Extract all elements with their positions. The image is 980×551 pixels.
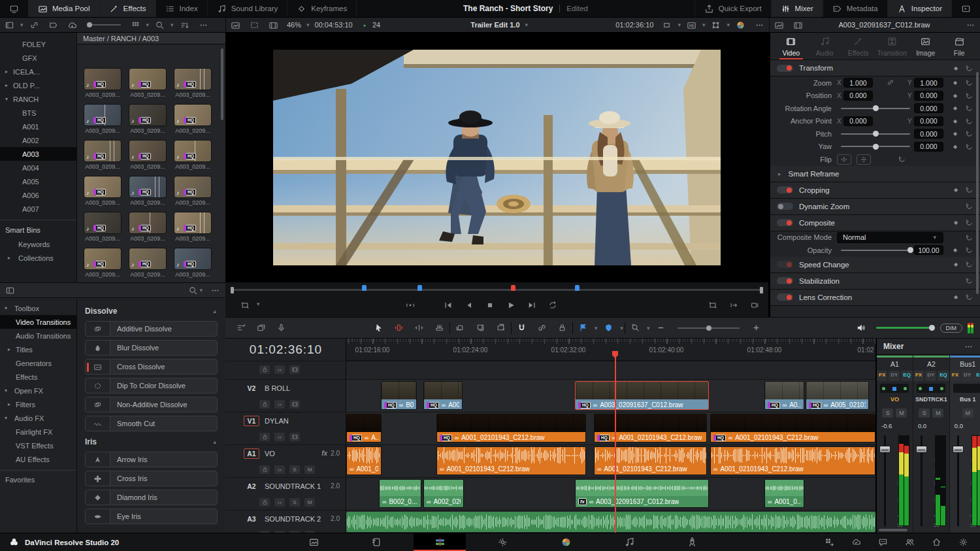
bin-item-a005[interactable]: A005 — [0, 175, 76, 188]
mute-button[interactable]: M — [962, 409, 973, 418]
value-field[interactable]: 0.000 — [914, 129, 943, 139]
razor-icon[interactable] — [429, 323, 449, 333]
trim-icon[interactable] — [389, 323, 409, 333]
search-icon[interactable] — [150, 20, 169, 30]
chevron-right-icon[interactable]: ▸ — [5, 82, 8, 88]
timeline-marker[interactable] — [417, 285, 422, 291]
dashed-box-icon[interactable] — [245, 20, 264, 30]
media-clip-card[interactable]: ♪HQA003_0209... — [84, 212, 122, 242]
image-icon[interactable] — [770, 20, 789, 30]
effect-item-eye-iris[interactable]: Eye Iris — [85, 509, 218, 524]
reset-icon[interactable] — [965, 104, 973, 112]
video-canvas[interactable] — [225, 33, 768, 282]
slider-track[interactable] — [841, 250, 910, 251]
stop-button[interactable] — [480, 301, 500, 312]
chevron-down-icon[interactable]: ▾ — [255, 301, 261, 312]
auto-select-icon[interactable]: ‹› — [274, 433, 285, 441]
chevron-right-icon[interactable]: ▸ — [8, 346, 10, 352]
lock-icon[interactable] — [259, 365, 270, 374]
mute-button[interactable]: M — [304, 465, 315, 474]
inspector-tab-effects[interactable]: Effects — [841, 33, 875, 59]
media-clip-card[interactable]: ♪HQA003_0209... — [129, 68, 167, 98]
inspector-tab-file[interactable]: File — [943, 33, 977, 59]
timeline-clip[interactable]: HQ∞A001_02101943_C212.braw — [436, 414, 586, 442]
timeline-clip[interactable]: HQ∞A001_02101943_C212.braw — [710, 414, 875, 442]
chat-icon[interactable] — [878, 537, 888, 547]
tag-icon[interactable] — [44, 20, 63, 30]
inspector-scrollbar[interactable] — [976, 72, 979, 294]
keyframe-icon[interactable]: ◆ — [953, 65, 959, 71]
bin-item-icela[interactable]: ▸ICELA... — [0, 65, 76, 78]
settings-icon[interactable] — [958, 537, 968, 547]
bin-item-bts[interactable]: BTS — [0, 106, 76, 120]
smart-bin-item-keywords[interactable]: Keywords — [0, 237, 76, 251]
thumbnail-size-slider[interactable] — [87, 24, 121, 25]
playhead-marker[interactable] — [511, 285, 515, 291]
y-value-field[interactable]: 0.000 — [914, 91, 943, 101]
viewer-overlay-button[interactable] — [235, 301, 255, 312]
crop-box-icon[interactable] — [657, 20, 676, 30]
pan-control[interactable] — [880, 384, 909, 393]
keyframe-icon[interactable]: ◆ — [952, 118, 958, 124]
playhead[interactable] — [615, 352, 616, 533]
timeline-clip[interactable]: HQ∞A005_02101334_... — [806, 381, 869, 410]
reset-icon[interactable] — [965, 246, 973, 254]
auto-select-icon[interactable]: ‹› — [274, 400, 285, 409]
timeline-clip[interactable]: fx∞A003_02091637_C012.braw — [575, 479, 709, 508]
bin-item-a001[interactable]: A001 — [0, 120, 76, 133]
more-icon[interactable] — [961, 20, 980, 30]
reset-icon[interactable] — [965, 129, 973, 138]
effects-category-au-effects[interactable]: AU Effects — [0, 452, 76, 466]
slider-track[interactable] — [841, 133, 910, 135]
effects-category-video-transitions[interactable]: Video Transitions — [0, 315, 76, 329]
timeline-ruler[interactable]: 01:02:16:0001:02:24:0001:02:32:0001:02:4… — [346, 339, 875, 361]
keyframe-icon[interactable]: ◆ — [952, 131, 958, 137]
topbar-button-keyframes[interactable]: Keyframes — [287, 0, 357, 17]
timeline-zoom-slider[interactable] — [678, 327, 740, 329]
slider-track[interactable] — [841, 108, 910, 109]
page-button-edit[interactable] — [414, 533, 466, 551]
composite-mode-select[interactable]: Normal▾ — [837, 232, 943, 243]
section-toggle[interactable] — [777, 219, 793, 226]
effects-category-filters[interactable]: ▸Filters — [0, 397, 76, 411]
section-toggle[interactable] — [777, 65, 793, 72]
channel-fx-button[interactable]: FX — [913, 371, 924, 381]
effects-group-header-dissolve[interactable]: Dissolve▴ — [85, 304, 218, 318]
home-icon[interactable] — [932, 537, 941, 547]
chevron-down-icon[interactable]: ▾ — [5, 96, 8, 102]
effects-category-fairlight-fx[interactable]: Fairlight FX — [0, 425, 76, 439]
keyframe-icon[interactable]: ◆ — [952, 93, 958, 99]
auto-select-icon[interactable]: ‹› — [274, 465, 285, 474]
media-clip-card[interactable]: ♪HQA003_0209... — [174, 104, 212, 134]
timeline-marker[interactable] — [362, 285, 367, 291]
track-header-V1[interactable]: V1DYLAN‹› — [225, 412, 346, 444]
bin-item-foley[interactable]: FOLEY — [0, 37, 76, 51]
mixer-hscrollbar[interactable] — [879, 529, 907, 531]
scrub-handle-right[interactable] — [760, 287, 763, 293]
track-lane-V2[interactable]: HQ∞B0...HQ∞A002...HQ∞A003_02091637_C012.… — [346, 379, 875, 412]
reset-icon[interactable] — [898, 155, 906, 163]
effects-category-favorites[interactable]: Favorites — [0, 473, 76, 486]
sort-icon[interactable] — [175, 20, 194, 30]
effect-item-cross-dissolve[interactable]: Cross Dissolve — [85, 359, 218, 375]
channel-dy-button[interactable]: DY — [889, 371, 900, 381]
viewer-zoom-level[interactable]: 46% — [283, 21, 305, 29]
lock-icon[interactable] — [259, 498, 270, 507]
smart-bin-item-collections[interactable]: ▸Collections — [0, 251, 76, 265]
auto-select-icon[interactable]: ‹› — [274, 365, 285, 374]
track-lane-v3[interactable] — [346, 361, 875, 379]
channel-eq-button[interactable]: EQ — [901, 371, 913, 381]
timeline-name[interactable]: Trailer Edit 1.0 — [466, 21, 523, 29]
track-id-v1[interactable]: V1 — [244, 416, 259, 426]
effects-category-audio-fx[interactable]: ▾Audio FX — [0, 411, 76, 425]
solo-button[interactable]: S — [919, 409, 930, 418]
bin-item-gfx[interactable]: GFX — [0, 51, 76, 65]
effects-category-generators[interactable]: Generators — [0, 356, 76, 370]
track-lane-A3[interactable] — [346, 510, 875, 533]
effects-category-vst-effects[interactable]: VST Effects — [0, 439, 76, 452]
effects-category-open-fx[interactable]: ▾Open FX — [0, 384, 76, 397]
effect-item-blur-dissolve[interactable]: Blur Dissolve — [85, 340, 218, 356]
chevron-down-icon[interactable]: ▾ — [169, 22, 175, 28]
value-field[interactable]: 0.000 — [914, 103, 943, 113]
lock-icon[interactable] — [552, 323, 572, 333]
